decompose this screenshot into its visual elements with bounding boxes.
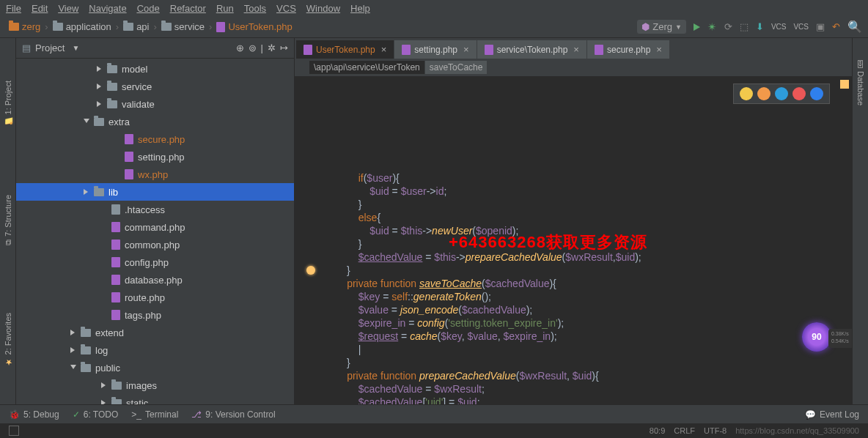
browser-icon[interactable] [792,87,806,100]
menu-code[interactable]: Code [137,3,160,14]
code-line[interactable]: } [324,356,852,369]
bottom-tool-button[interactable]: >_Terminal [131,409,178,420]
tree-node[interactable]: config.php [16,253,294,271]
close-icon[interactable]: × [573,44,579,55]
code-line[interactable]: else{ [324,211,852,224]
menu-window[interactable]: Window [306,3,340,14]
back-icon[interactable]: ↶ [832,21,840,32]
menu-help[interactable]: Help [350,3,370,14]
code-line[interactable]: $cachedValue = $this->prepareCachedValue… [324,250,852,264]
code-line[interactable]: | [324,343,852,356]
tool-window-button[interactable]: ★2: Favorites [3,313,12,367]
toolbar-icon[interactable]: ⬇ [756,21,764,32]
tree-node[interactable]: public [16,359,294,376]
bottom-tool-button[interactable]: ⎇9: Version Control [191,409,275,420]
code-line[interactable]: private function prepareCachedValue($wxR… [324,369,852,382]
editor-tab[interactable]: secure.php× [587,40,669,59]
tree-node[interactable]: tags.php [16,306,294,324]
editor-tab[interactable]: UserToken.php× [296,40,394,59]
tool-window-button[interactable]: ⧉7: Structure [4,195,12,245]
bottom-tool-bar: 🐞5: Debug✓6: TODO>_Terminal⎇9: Version C… [0,404,868,423]
browser-icon[interactable] [810,87,823,100]
code-line[interactable]: private function saveToCache($cachedValu… [324,277,852,290]
vcs-label[interactable]: VCS [793,23,809,31]
code-line[interactable]: $value = json_encode($cachedValue); [324,303,852,316]
search-icon[interactable]: 🔍 [847,20,862,34]
tree-node[interactable]: extend [16,324,294,341]
editor-tab[interactable]: setting.php× [394,40,476,59]
code-line[interactable]: $cachedValue = $wxResult; [324,382,852,396]
tree-node[interactable]: extra [16,113,294,130]
tree-node[interactable]: validate [16,95,294,113]
tool-window-button[interactable]: 📁1: Project [3,81,12,127]
project-panel-title[interactable]: Project [35,42,65,53]
browser-icon[interactable] [740,87,753,100]
code-editor[interactable]: +643663268获取更多资源 90 0.38K/s0.54K/s if($u… [295,76,852,410]
collapse-icon[interactable]: ⊕ [236,42,244,53]
breadcrumb-item[interactable]: UserToken.php [213,21,295,32]
breadcrumb-item[interactable]: application [50,21,114,32]
target-icon[interactable]: ⊚ [249,42,257,53]
toolbar-icon[interactable]: ⬚ [740,21,749,32]
gear-icon[interactable]: ✲ [268,42,276,53]
breadcrumb-item[interactable]: zerg [6,21,43,32]
file-encoding[interactable]: UTF-8 [704,426,727,435]
bottom-tool-button[interactable]: ✓6: TODO [73,409,119,420]
tree-node[interactable]: images [16,376,294,394]
menu-view[interactable]: View [58,3,78,14]
breadcrumb-item[interactable]: api [120,21,152,32]
toolbar-icon[interactable]: ⟳ [724,21,732,32]
menu-run[interactable]: Run [216,3,234,14]
vcs-label[interactable]: VCS [771,23,787,31]
close-icon[interactable]: × [463,44,469,55]
menu-file[interactable]: File [6,3,21,14]
analysis-marker[interactable] [840,80,849,89]
run-icon[interactable] [694,23,700,31]
bottom-tool-button[interactable]: 🐞5: Debug [9,409,59,420]
tree-node[interactable]: route.php [16,289,294,306]
tool-window-button[interactable]: 🗄Database [856,60,865,105]
code-line[interactable]: } [324,198,852,211]
editor-breadcrumb[interactable]: \app\api\service\UserTokensaveToCache [295,59,852,76]
tree-node[interactable]: database.php [16,271,294,289]
breadcrumb-item[interactable]: service [158,21,207,32]
code-line[interactable]: $uid = $user->id; [324,185,852,198]
tree-node[interactable]: service [16,78,294,95]
tree-node[interactable]: secure.php [16,130,294,148]
file-icon [111,204,120,215]
close-icon[interactable]: × [381,44,387,55]
hide-icon[interactable]: ↦ [280,42,288,53]
debug-icon[interactable]: ✴ [707,21,717,34]
menu-tools[interactable]: Tools [244,3,266,14]
code-line[interactable]: if($user){ [324,171,852,185]
menu-navigate[interactable]: Navigate [89,3,126,14]
project-tree[interactable]: modelservicevalidateextrasecure.phpsetti… [16,59,294,410]
intention-bulb-icon[interactable] [306,266,315,275]
code-line[interactable]: } [324,264,852,277]
menu-vcs[interactable]: VCS [276,3,296,14]
tree-node[interactable]: lib [16,183,294,201]
menu-edit[interactable]: Edit [32,3,48,14]
tree-node[interactable]: setting.php [16,148,294,166]
editor-tab[interactable]: service\Token.php× [477,40,586,59]
tree-node[interactable]: model [16,60,294,78]
menu-refactor[interactable]: Refactor [170,3,206,14]
close-icon[interactable]: × [656,44,662,55]
code-line[interactable]: $expire_in = config('setting.token_expir… [324,316,852,330]
tree-node[interactable]: wx.php [16,166,294,183]
file-icon [111,292,120,302]
code-line[interactable]: $key = self::generateToken(); [324,290,852,303]
breadcrumbs: zerg›application›api›service›UserToken.p… [6,21,295,32]
tool-windows-toggle[interactable] [9,426,19,436]
browser-icon[interactable] [757,87,770,100]
tree-node[interactable]: command.php [16,218,294,236]
code-line[interactable]: $request = cache($key, $value, $expire_i… [324,330,852,343]
tree-node[interactable]: log [16,341,294,359]
line-ending[interactable]: CRLF [674,426,695,435]
tree-node[interactable]: common.php [16,236,294,253]
browser-icon[interactable] [775,87,788,100]
run-config-selector[interactable]: ⬢Zerg▼ [637,20,686,34]
tree-node[interactable]: .htaccess [16,201,294,218]
toolbar-icon[interactable]: ▣ [816,21,825,32]
event-log-button[interactable]: 💬Event Log [805,409,859,420]
